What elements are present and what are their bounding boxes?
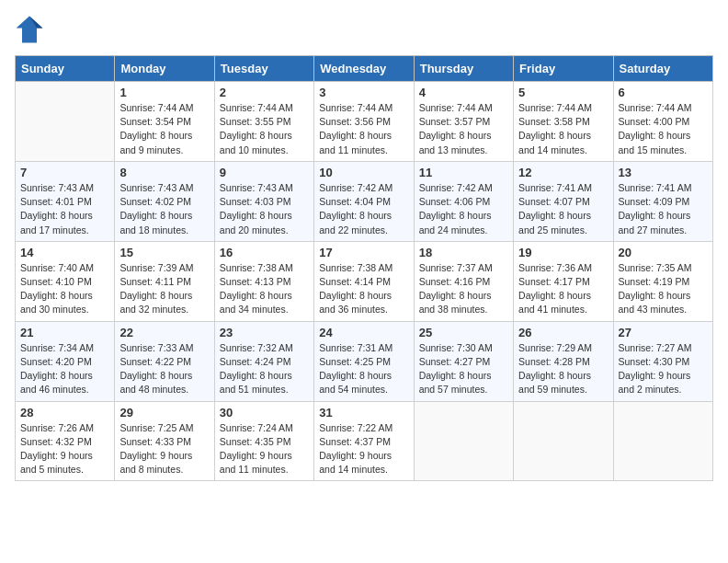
calendar-cell: [613, 401, 712, 481]
day-info: Sunrise: 7:44 AMSunset: 4:00 PMDaylight:…: [619, 101, 708, 157]
calendar-cell: 6Sunrise: 7:44 AMSunset: 4:00 PMDaylight…: [613, 82, 712, 162]
day-number: 24: [319, 326, 408, 339]
calendar-cell: 21Sunrise: 7:34 AMSunset: 4:20 PMDayligh…: [16, 321, 115, 401]
day-number: 14: [20, 246, 109, 259]
day-info: Sunrise: 7:43 AMSunset: 4:02 PMDaylight:…: [119, 181, 209, 237]
weekday-header: Monday: [115, 56, 214, 82]
day-number: 10: [319, 166, 408, 179]
calendar-header-row: SundayMondayTuesdayWednesdayThursdayFrid…: [16, 56, 713, 82]
calendar-cell: 17Sunrise: 7:38 AMSunset: 4:14 PMDayligh…: [314, 241, 414, 321]
day-number: 5: [518, 86, 608, 99]
day-info: Sunrise: 7:26 AMSunset: 4:32 PMDaylight:…: [20, 421, 109, 477]
weekday-header: Saturday: [613, 56, 712, 82]
calendar-week-row: 21Sunrise: 7:34 AMSunset: 4:20 PMDayligh…: [16, 321, 713, 401]
day-info: Sunrise: 7:34 AMSunset: 4:20 PMDaylight:…: [20, 341, 109, 397]
day-number: 23: [220, 326, 309, 339]
weekday-header: Tuesday: [214, 56, 313, 82]
day-info: Sunrise: 7:30 AMSunset: 4:27 PMDaylight:…: [419, 341, 508, 397]
calendar-cell: 23Sunrise: 7:32 AMSunset: 4:24 PMDayligh…: [214, 321, 313, 401]
calendar-cell: 16Sunrise: 7:38 AMSunset: 4:13 PMDayligh…: [214, 241, 313, 321]
day-info: Sunrise: 7:41 AMSunset: 4:09 PMDaylight:…: [619, 181, 708, 237]
day-number: 11: [419, 166, 508, 179]
calendar-cell: 7Sunrise: 7:43 AMSunset: 4:01 PMDaylight…: [16, 161, 115, 241]
day-info: Sunrise: 7:44 AMSunset: 3:55 PMDaylight:…: [220, 101, 309, 157]
day-number: 8: [119, 166, 209, 179]
calendar-cell: 12Sunrise: 7:41 AMSunset: 4:07 PMDayligh…: [514, 161, 613, 241]
weekday-header: Wednesday: [314, 56, 414, 82]
day-info: Sunrise: 7:32 AMSunset: 4:24 PMDaylight:…: [220, 341, 309, 397]
calendar-cell: 20Sunrise: 7:35 AMSunset: 4:19 PMDayligh…: [613, 241, 712, 321]
day-number: 25: [419, 326, 508, 339]
day-number: 31: [319, 406, 408, 419]
calendar-cell: [514, 401, 613, 481]
calendar-week-row: 1Sunrise: 7:44 AMSunset: 3:54 PMDaylight…: [16, 82, 713, 162]
calendar-week-row: 28Sunrise: 7:26 AMSunset: 4:32 PMDayligh…: [16, 401, 713, 481]
day-info: Sunrise: 7:36 AMSunset: 4:17 PMDaylight:…: [518, 261, 608, 317]
weekday-header: Friday: [514, 56, 613, 82]
calendar-cell: 31Sunrise: 7:22 AMSunset: 4:37 PMDayligh…: [314, 401, 414, 481]
calendar-cell: 25Sunrise: 7:30 AMSunset: 4:27 PMDayligh…: [414, 321, 513, 401]
day-info: Sunrise: 7:35 AMSunset: 4:19 PMDaylight:…: [619, 261, 708, 317]
day-number: 20: [619, 246, 708, 259]
day-info: Sunrise: 7:44 AMSunset: 3:58 PMDaylight:…: [518, 101, 608, 157]
day-number: 22: [119, 326, 209, 339]
calendar-cell: 11Sunrise: 7:42 AMSunset: 4:06 PMDayligh…: [414, 161, 513, 241]
day-number: 2: [220, 86, 309, 99]
day-info: Sunrise: 7:43 AMSunset: 4:03 PMDaylight:…: [220, 181, 309, 237]
day-number: 7: [20, 166, 109, 179]
day-number: 19: [518, 246, 608, 259]
day-number: 13: [619, 166, 708, 179]
calendar-cell: 5Sunrise: 7:44 AMSunset: 3:58 PMDaylight…: [514, 82, 613, 162]
day-info: Sunrise: 7:25 AMSunset: 4:33 PMDaylight:…: [119, 421, 209, 477]
calendar-cell: 29Sunrise: 7:25 AMSunset: 4:33 PMDayligh…: [115, 401, 214, 481]
calendar-cell: 24Sunrise: 7:31 AMSunset: 4:25 PMDayligh…: [314, 321, 414, 401]
day-info: Sunrise: 7:29 AMSunset: 4:28 PMDaylight:…: [518, 341, 608, 397]
day-info: Sunrise: 7:38 AMSunset: 4:13 PMDaylight:…: [220, 261, 309, 317]
day-info: Sunrise: 7:44 AMSunset: 3:57 PMDaylight:…: [419, 101, 508, 157]
weekday-header: Thursday: [414, 56, 513, 82]
day-number: 29: [119, 406, 209, 419]
calendar-cell: 3Sunrise: 7:44 AMSunset: 3:56 PMDaylight…: [314, 82, 414, 162]
calendar-cell: 28Sunrise: 7:26 AMSunset: 4:32 PMDayligh…: [16, 401, 115, 481]
day-info: Sunrise: 7:42 AMSunset: 4:04 PMDaylight:…: [319, 181, 408, 237]
day-info: Sunrise: 7:27 AMSunset: 4:30 PMDaylight:…: [619, 341, 708, 397]
day-info: Sunrise: 7:24 AMSunset: 4:35 PMDaylight:…: [220, 421, 309, 477]
day-number: 12: [518, 166, 608, 179]
calendar-cell: 10Sunrise: 7:42 AMSunset: 4:04 PMDayligh…: [314, 161, 414, 241]
calendar-cell: 1Sunrise: 7:44 AMSunset: 3:54 PMDaylight…: [115, 82, 214, 162]
weekday-header: Sunday: [16, 56, 115, 82]
calendar-cell: 27Sunrise: 7:27 AMSunset: 4:30 PMDayligh…: [613, 321, 712, 401]
day-info: Sunrise: 7:39 AMSunset: 4:11 PMDaylight:…: [119, 261, 209, 317]
calendar-cell: 15Sunrise: 7:39 AMSunset: 4:11 PMDayligh…: [115, 241, 214, 321]
day-number: 28: [20, 406, 109, 419]
day-number: 4: [419, 86, 508, 99]
day-info: Sunrise: 7:37 AMSunset: 4:16 PMDaylight:…: [419, 261, 508, 317]
day-info: Sunrise: 7:42 AMSunset: 4:06 PMDaylight:…: [419, 181, 508, 237]
calendar-week-row: 14Sunrise: 7:40 AMSunset: 4:10 PMDayligh…: [16, 241, 713, 321]
calendar-cell: 14Sunrise: 7:40 AMSunset: 4:10 PMDayligh…: [16, 241, 115, 321]
calendar-cell: 30Sunrise: 7:24 AMSunset: 4:35 PMDayligh…: [214, 401, 313, 481]
calendar-table: SundayMondayTuesdayWednesdayThursdayFrid…: [15, 55, 713, 481]
day-number: 26: [518, 326, 608, 339]
day-number: 21: [20, 326, 109, 339]
calendar-cell: 8Sunrise: 7:43 AMSunset: 4:02 PMDaylight…: [115, 161, 214, 241]
day-info: Sunrise: 7:40 AMSunset: 4:10 PMDaylight:…: [20, 261, 109, 317]
calendar-cell: 19Sunrise: 7:36 AMSunset: 4:17 PMDayligh…: [514, 241, 613, 321]
day-info: Sunrise: 7:38 AMSunset: 4:14 PMDaylight:…: [319, 261, 408, 317]
day-number: 27: [619, 326, 708, 339]
logo: [15, 15, 48, 44]
day-number: 16: [220, 246, 309, 259]
day-info: Sunrise: 7:41 AMSunset: 4:07 PMDaylight:…: [518, 181, 608, 237]
day-number: 9: [220, 166, 309, 179]
calendar-cell: 18Sunrise: 7:37 AMSunset: 4:16 PMDayligh…: [414, 241, 513, 321]
day-number: 18: [419, 246, 508, 259]
day-number: 3: [319, 86, 408, 99]
day-number: 15: [119, 246, 209, 259]
calendar-cell: 4Sunrise: 7:44 AMSunset: 3:57 PMDaylight…: [414, 82, 513, 162]
day-info: Sunrise: 7:31 AMSunset: 4:25 PMDaylight:…: [319, 341, 408, 397]
calendar-cell: 2Sunrise: 7:44 AMSunset: 3:55 PMDaylight…: [214, 82, 313, 162]
calendar-cell: 26Sunrise: 7:29 AMSunset: 4:28 PMDayligh…: [514, 321, 613, 401]
day-info: Sunrise: 7:33 AMSunset: 4:22 PMDaylight:…: [119, 341, 209, 397]
calendar-cell: [414, 401, 513, 481]
day-number: 17: [319, 246, 408, 259]
